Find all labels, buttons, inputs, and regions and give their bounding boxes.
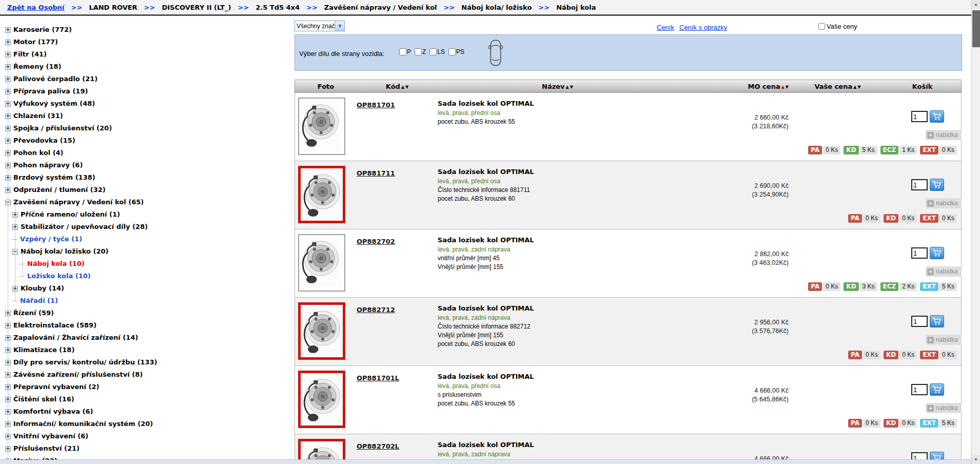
expand-icon[interactable]: +	[5, 360, 11, 365]
price-list-with-images-link[interactable]: Ceník s obrázky	[679, 24, 727, 31]
price-list-link[interactable]: Ceník	[657, 24, 674, 31]
expand-icon[interactable]: +	[5, 311, 11, 316]
sidebar-item[interactable]: Díly pro servis/ kontrolu/ údržbu (133)	[13, 358, 157, 366]
vertical-scrollbar[interactable]: ▲ ▼	[971, 0, 980, 464]
quantity-input[interactable]	[911, 316, 928, 327]
side-checkbox-p[interactable]	[399, 48, 406, 55]
sort-asc-icon[interactable]: ▲	[853, 85, 856, 89]
sidebar-item[interactable]: Řízení (59)	[13, 309, 54, 317]
product-photo[interactable]	[298, 98, 345, 155]
product-code-link[interactable]: OP881701	[357, 101, 395, 109]
offer-button[interactable]: +nabídka	[926, 198, 962, 208]
expand-icon[interactable]: +	[12, 224, 18, 230]
offer-button[interactable]: +nabídka	[926, 335, 962, 345]
product-code-link[interactable]: OP881701L	[357, 374, 399, 382]
sort-asc-icon[interactable]: ▲	[781, 85, 785, 89]
sidebar-item[interactable]: Závěsné zařízení/ příslušenství (8)	[13, 371, 143, 378]
add-to-cart-button[interactable]	[930, 315, 944, 327]
sidebar-item[interactable]: Příprava paliva (19)	[13, 87, 88, 95]
add-to-cart-button[interactable]	[930, 247, 944, 259]
product-photo[interactable]	[298, 166, 345, 223]
sidebar-item[interactable]: Chlazení (31)	[13, 112, 63, 120]
chevron-down-icon[interactable]: ▼	[335, 21, 344, 31]
expand-icon[interactable]: +	[5, 101, 11, 107]
quantity-input[interactable]	[911, 247, 928, 259]
sidebar-item[interactable]: Komfortní výbava (6)	[13, 408, 93, 415]
expand-icon[interactable]: +	[5, 446, 11, 452]
sidebar-item[interactable]: Řemeny (18)	[13, 63, 61, 70]
product-code-link[interactable]: OP882712	[357, 306, 395, 314]
brand-filter-select[interactable]: Všechny značky ▼	[295, 21, 345, 31]
sidebar-item[interactable]: Vnitřní vybavení (6)	[13, 432, 88, 440]
scroll-down-icon[interactable]: ▼	[972, 455, 980, 464]
sidebar-item[interactable]: Nářadí (1)	[20, 297, 58, 304]
expand-icon[interactable]: +	[5, 458, 11, 460]
expand-icon[interactable]: +	[5, 434, 11, 439]
sort-asc-icon[interactable]: ▲	[401, 85, 404, 89]
expand-icon[interactable]: +	[5, 421, 11, 427]
breadcrumb-back-link[interactable]: Zpět na Osobní	[7, 4, 65, 11]
add-to-cart-button[interactable]	[930, 179, 944, 191]
collapse-icon[interactable]: −	[12, 249, 18, 255]
sidebar-item[interactable]: Přepravní vybavení (2)	[13, 383, 99, 391]
expand-icon[interactable]: +	[5, 27, 11, 33]
expand-icon[interactable]: +	[5, 323, 11, 328]
sidebar-item[interactable]: Elektroinstalace (589)	[13, 321, 96, 329]
product-photo[interactable]	[298, 439, 345, 460]
offer-button[interactable]: +nabídka	[926, 403, 962, 413]
column-header-n-zev[interactable]: Název▲▼	[438, 83, 677, 90]
expand-icon[interactable]: +	[5, 64, 11, 70]
offer-button[interactable]: +nabídka	[926, 266, 962, 277]
sort-asc-icon[interactable]: ▲	[566, 85, 569, 89]
add-to-cart-button[interactable]	[930, 383, 944, 396]
expand-icon[interactable]: +	[5, 187, 11, 193]
expand-icon[interactable]: +	[5, 163, 11, 168]
side-checkbox-z[interactable]	[415, 48, 422, 55]
sidebar-item[interactable]: Motor (177)	[13, 38, 58, 46]
expand-icon[interactable]: +	[5, 150, 11, 156]
sidebar-item[interactable]: Mazivo (23)	[13, 457, 57, 460]
sidebar-item[interactable]: Spojka / příslušenství (20)	[13, 124, 112, 132]
sidebar-item[interactable]: Náboj kola/ ložisko (20)	[21, 247, 108, 255]
product-code-link[interactable]: OP882702	[357, 238, 395, 245]
sidebar-item[interactable]: Výfukový systém (48)	[13, 100, 95, 107]
add-to-cart-button[interactable]	[930, 452, 944, 460]
expand-icon[interactable]: +	[5, 76, 11, 82]
sidebar-item[interactable]: Náboj kola (10)	[27, 260, 85, 267]
sort-desc-icon[interactable]: ▼	[405, 85, 408, 89]
expand-icon[interactable]: +	[5, 126, 11, 131]
quantity-input[interactable]	[911, 384, 928, 395]
sidebar-item[interactable]: Zavěšení nápravy / Vedení kol (65)	[13, 198, 144, 206]
sidebar-item[interactable]: Pohon kol (4)	[13, 149, 64, 157]
sort-desc-icon[interactable]: ▼	[857, 85, 860, 89]
sort-desc-icon[interactable]: ▼	[570, 85, 573, 89]
side-checkbox-ps[interactable]	[448, 48, 456, 55]
expand-icon[interactable]: +	[5, 409, 11, 415]
expand-icon[interactable]: +	[5, 113, 11, 119]
product-photo[interactable]	[298, 371, 345, 428]
offer-button[interactable]: +nabídka	[926, 130, 962, 140]
quantity-input[interactable]	[911, 111, 928, 122]
add-to-cart-button[interactable]	[930, 110, 944, 123]
product-code-link[interactable]: OP881711	[357, 169, 395, 177]
product-photo[interactable]	[298, 234, 345, 292]
sidebar-item[interactable]: Brzdový systém (138)	[13, 173, 95, 181]
quantity-input[interactable]	[911, 452, 928, 460]
sidebar-item[interactable]: Palivové čerpadlo (21)	[13, 75, 97, 83]
expand-icon[interactable]: +	[5, 372, 11, 378]
expand-icon[interactable]: +	[5, 52, 11, 57]
sort-desc-icon[interactable]: ▼	[786, 85, 789, 89]
sidebar-item[interactable]: Klouby (14)	[21, 284, 64, 292]
sidebar-item[interactable]: Vzpěry / tyče (1)	[20, 235, 82, 243]
product-code-link[interactable]: OP882702L	[357, 442, 399, 450]
expand-icon[interactable]: +	[12, 286, 18, 292]
expand-icon[interactable]: +	[5, 40, 11, 45]
column-header-k-d[interactable]: Kód▲▼	[357, 83, 438, 90]
your-prices-checkbox[interactable]	[818, 23, 825, 30]
sidebar-item[interactable]: Příčné rameno/ uložení (1)	[21, 210, 120, 218]
sidebar-item[interactable]: Ložisko kola (10)	[27, 272, 91, 280]
expand-icon[interactable]: +	[5, 397, 11, 402]
expand-icon[interactable]: +	[5, 138, 11, 144]
horizontal-scrollbar[interactable]	[0, 459, 971, 464]
expand-icon[interactable]: +	[12, 212, 18, 218]
